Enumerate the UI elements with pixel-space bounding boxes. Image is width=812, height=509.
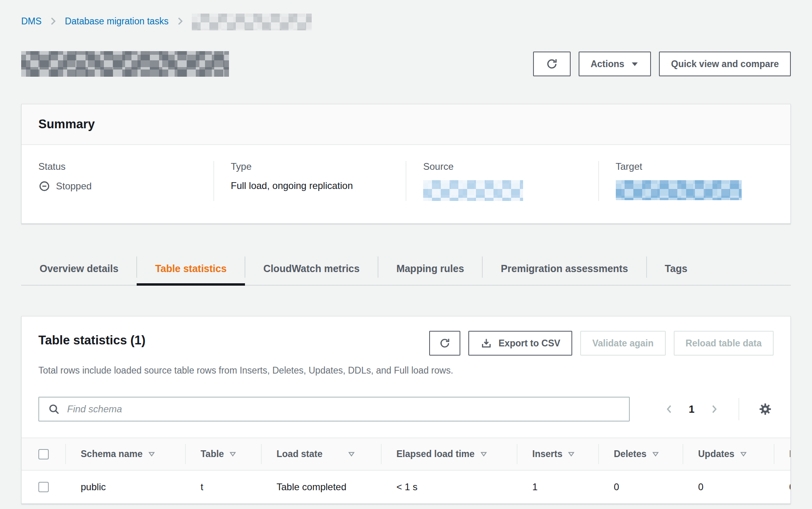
tab-overview-details[interactable]: Overview details xyxy=(21,253,137,285)
minus-circle-icon xyxy=(38,180,50,192)
cell-ddls: 0 xyxy=(774,470,790,503)
breadcrumb-item-redacted[interactable] xyxy=(192,14,312,30)
tab-cloudwatch-metrics[interactable]: CloudWatch metrics xyxy=(245,253,378,285)
column-header-deletes[interactable]: Deletes xyxy=(599,438,683,470)
quick-view-label: Quick view and compare xyxy=(671,59,779,70)
cell-deletes: 0 xyxy=(599,470,683,503)
column-label: Schema name xyxy=(81,449,143,459)
column-header-schema-name[interactable]: Schema name xyxy=(66,438,185,470)
panel-refresh-button[interactable] xyxy=(429,331,460,356)
column-label: Elapsed load time xyxy=(396,449,475,459)
refresh-icon xyxy=(439,337,451,349)
table-header-row: Schema name Table xyxy=(22,438,790,470)
column-header-updates[interactable]: Updates xyxy=(683,438,774,470)
gear-icon xyxy=(758,402,772,416)
page: DMS Database migration tasks Actions xyxy=(0,0,812,504)
column-label: Deletes xyxy=(614,449,647,459)
breadcrumb-link-migration-tasks[interactable]: Database migration tasks xyxy=(65,16,169,27)
panel-title: Table statistics (1) xyxy=(38,331,145,348)
pagination-prev-button[interactable] xyxy=(663,402,676,416)
table-scroll-area: Schema name Table xyxy=(22,437,790,503)
cell-table: t xyxy=(185,470,261,503)
summary-field-source: Source xyxy=(406,161,598,201)
sort-caret-icon xyxy=(568,451,575,457)
column-header-ddls-truncated[interactable]: D xyxy=(774,438,790,470)
column-header-elapsed-load-time[interactable]: Elapsed load time xyxy=(381,438,517,470)
refresh-icon xyxy=(545,58,558,70)
summary-field-status: Status Stopped xyxy=(22,161,213,201)
table-row: public t Table completed < 1 s 1 0 0 0 xyxy=(22,470,790,503)
table-settings-button[interactable] xyxy=(757,401,774,418)
column-label: Load state xyxy=(277,449,322,459)
column-label: D xyxy=(789,449,790,459)
page-header: Actions Quick view and compare xyxy=(21,51,791,77)
column-header-load-state[interactable]: Load state xyxy=(261,438,381,470)
summary-panel: Summary Status Stopped Type Full load, o… xyxy=(21,104,791,224)
pagination: 1 xyxy=(663,398,774,420)
select-all-checkbox[interactable] xyxy=(38,449,49,459)
page-number: 1 xyxy=(689,403,695,416)
actions-button[interactable]: Actions xyxy=(579,52,651,76)
summary-body: Status Stopped Type Full load, ongoing r… xyxy=(22,145,790,223)
cell-load-state: Table completed xyxy=(261,470,381,503)
tab-mapping-rules[interactable]: Mapping rules xyxy=(378,253,482,285)
status-text: Stopped xyxy=(56,181,92,192)
search-icon xyxy=(48,403,60,415)
cell-inserts: 1 xyxy=(517,470,599,503)
sort-caret-icon xyxy=(480,451,487,457)
reload-table-data-button[interactable]: Reload table data xyxy=(674,331,774,356)
validate-again-label: Validate again xyxy=(592,338,653,349)
quick-view-compare-button[interactable]: Quick view and compare xyxy=(659,52,791,76)
column-label: Updates xyxy=(698,449,734,459)
breadcrumb: DMS Database migration tasks xyxy=(21,0,791,30)
column-label: Table xyxy=(201,449,224,459)
tab-bar: Overview details Table statistics CloudW… xyxy=(21,253,791,286)
sort-caret-icon xyxy=(229,451,236,457)
summary-field-target: Target xyxy=(598,161,791,201)
pagination-next-button[interactable] xyxy=(707,402,721,416)
source-value-redacted[interactable] xyxy=(423,180,523,201)
refresh-button[interactable] xyxy=(533,52,571,76)
schema-search-box xyxy=(38,397,630,422)
target-label: Target xyxy=(616,161,774,172)
row-select-checkbox[interactable] xyxy=(38,482,49,492)
tab-table-statistics[interactable]: Table statistics xyxy=(137,253,245,285)
panel-toolbar: Export to CSV Validate again Reload tabl… xyxy=(429,331,774,356)
sort-caret-icon xyxy=(740,451,747,457)
tab-premigration-assessments[interactable]: Premigration assessments xyxy=(482,253,646,285)
column-label: Inserts xyxy=(532,449,562,459)
sort-caret-icon xyxy=(148,451,155,457)
status-value: Stopped xyxy=(38,180,197,192)
column-header-inserts[interactable]: Inserts xyxy=(517,438,599,470)
breadcrumb-link-dms[interactable]: DMS xyxy=(21,16,42,27)
header-toolbar: Actions Quick view and compare xyxy=(533,52,791,76)
status-label: Status xyxy=(38,161,197,172)
cell-schema-name: public xyxy=(66,470,185,503)
type-label: Type xyxy=(231,161,389,172)
caret-down-icon xyxy=(631,60,639,68)
sort-caret-icon xyxy=(348,451,355,457)
pager-divider xyxy=(738,398,739,420)
cell-elapsed-load-time: < 1 s xyxy=(381,470,517,503)
source-label: Source xyxy=(423,161,581,172)
reload-table-data-label: Reload table data xyxy=(686,338,762,349)
cell-updates: 0 xyxy=(683,470,774,503)
download-icon xyxy=(480,337,492,349)
chevron-right-icon xyxy=(709,404,719,415)
column-header-table[interactable]: Table xyxy=(185,438,261,470)
table-controls: 1 xyxy=(38,397,774,422)
type-value: Full load, ongoing replication xyxy=(231,180,389,191)
row-select-cell xyxy=(22,470,66,503)
target-value-redacted[interactable] xyxy=(616,180,742,200)
chevron-right-icon xyxy=(49,16,58,26)
export-csv-button[interactable]: Export to CSV xyxy=(468,331,573,356)
sort-caret-icon xyxy=(652,451,659,457)
select-all-header xyxy=(22,438,66,470)
summary-field-type: Type Full load, ongoing replication xyxy=(213,161,406,201)
schema-search-input[interactable] xyxy=(67,404,620,415)
summary-title: Summary xyxy=(22,104,790,145)
export-csv-label: Export to CSV xyxy=(499,338,561,349)
tab-tags[interactable]: Tags xyxy=(647,253,706,285)
validate-again-button[interactable]: Validate again xyxy=(580,331,665,356)
table-statistics-table: Schema name Table xyxy=(22,438,790,503)
